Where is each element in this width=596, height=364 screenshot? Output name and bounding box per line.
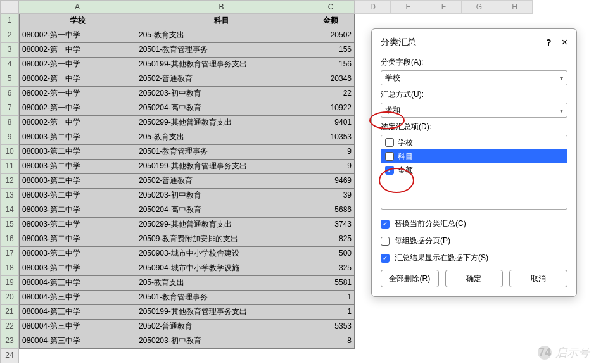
row-header[interactable]: 23 [0, 334, 19, 349]
close-button[interactable]: × [562, 37, 567, 48]
col-header-f[interactable]: F [426, 0, 462, 14]
row-header[interactable]: 1 [0, 14, 19, 28]
select-all-corner[interactable] [0, 0, 19, 14]
cell[interactable]: 080002-第一中学 [19, 87, 136, 101]
cell[interactable]: 10353 [307, 130, 355, 145]
row-header[interactable]: 2 [0, 28, 19, 43]
cell[interactable]: 080002-第一中学 [19, 58, 136, 72]
items-listbox[interactable]: 学校科目金额 [381, 135, 567, 210]
row-header[interactable]: 17 [0, 247, 19, 261]
cell[interactable]: 080003-第二中学 [19, 218, 136, 232]
cell[interactable]: 2050203-初中教育 [136, 334, 307, 349]
cell[interactable]: 20502-普通教育 [136, 72, 307, 87]
cell[interactable]: 2050203-初中教育 [136, 189, 307, 203]
cell[interactable]: 2050199-其他教育管理事务支出 [136, 305, 307, 320]
cell[interactable]: 500 [307, 247, 355, 261]
cell[interactable]: 20501-教育管理事务 [136, 43, 307, 58]
row-header[interactable]: 11 [0, 160, 19, 174]
group-by-select[interactable]: 学校 ▾ [381, 70, 567, 85]
cell[interactable]: 080003-第二中学 [19, 189, 136, 203]
cell[interactable]: 20502 [307, 28, 355, 43]
cell[interactable]: 2050903-城市中小学校舍建设 [136, 247, 307, 261]
cell[interactable]: 080004-第三中学 [19, 320, 136, 334]
row-header[interactable]: 16 [0, 232, 19, 247]
cell[interactable]: 080004-第三中学 [19, 305, 136, 320]
row-header[interactable]: 22 [0, 320, 19, 334]
row-header[interactable]: 6 [0, 87, 19, 101]
cell[interactable]: 080003-第二中学 [19, 232, 136, 247]
cell[interactable]: 科目 [136, 14, 307, 28]
cell[interactable]: 080003-第二中学 [19, 203, 136, 218]
col-header-d[interactable]: D [355, 0, 391, 14]
row-header[interactable]: 10 [0, 145, 19, 160]
col-header-c[interactable]: C [307, 0, 355, 14]
cell[interactable]: 2050199-其他教育管理事务支出 [136, 58, 307, 72]
cancel-button[interactable]: 取消 [509, 270, 567, 287]
cell[interactable]: 9401 [307, 116, 355, 130]
cell[interactable]: 2050203-初中教育 [136, 87, 307, 101]
col-header-e[interactable]: E [391, 0, 426, 14]
cell[interactable]: 9 [307, 145, 355, 160]
cell[interactable]: 20509-教育费附加安排的支出 [136, 232, 307, 247]
cell[interactable]: 2050299-其他普通教育支出 [136, 218, 307, 232]
col-header-g[interactable]: G [462, 0, 497, 14]
row-header[interactable]: 5 [0, 72, 19, 87]
cell[interactable]: 080003-第二中学 [19, 247, 136, 261]
cell[interactable]: 9469 [307, 174, 355, 189]
col-header-b[interactable]: B [136, 0, 307, 14]
cell[interactable]: 学校 [19, 14, 136, 28]
cell[interactable]: 5686 [307, 203, 355, 218]
cell[interactable]: 1 [307, 291, 355, 305]
row-header[interactable]: 14 [0, 203, 19, 218]
help-button[interactable]: ? [546, 37, 552, 47]
row-header[interactable]: 20 [0, 291, 19, 305]
list-item[interactable]: 金额 [381, 163, 567, 177]
function-select[interactable]: 求和 ▾ [381, 103, 567, 118]
cell[interactable]: 156 [307, 58, 355, 72]
col-header-a[interactable]: A [19, 0, 136, 14]
cell[interactable]: 2050204-高中教育 [136, 101, 307, 116]
cell[interactable]: 080002-第一中学 [19, 101, 136, 116]
row-header[interactable]: 9 [0, 130, 19, 145]
cell[interactable]: 080002-第一中学 [19, 72, 136, 87]
cell[interactable]: 080004-第三中学 [19, 276, 136, 291]
cell[interactable]: 080003-第二中学 [19, 160, 136, 174]
cell[interactable]: 8 [307, 334, 355, 349]
cell[interactable]: 20501-教育管理事务 [136, 145, 307, 160]
row-header[interactable]: 3 [0, 43, 19, 58]
cell[interactable]: 825 [307, 232, 355, 247]
opt-pagebreak[interactable]: 每组数据分页(P) [381, 235, 567, 246]
row-header[interactable]: 4 [0, 58, 19, 72]
cell[interactable]: 325 [307, 261, 355, 276]
row-header[interactable]: 7 [0, 101, 19, 116]
col-header-h[interactable]: H [497, 0, 533, 14]
cell[interactable]: 080002-第一中学 [19, 116, 136, 130]
cell[interactable]: 080004-第三中学 [19, 334, 136, 349]
cell[interactable]: 080003-第二中学 [19, 174, 136, 189]
cell[interactable]: 080004-第三中学 [19, 291, 136, 305]
cell[interactable]: 3743 [307, 218, 355, 232]
cell[interactable]: 2050199-其他教育管理事务支出 [136, 160, 307, 174]
cell[interactable]: 1 [307, 305, 355, 320]
row-header[interactable]: 13 [0, 189, 19, 203]
cell[interactable]: 20502-普通教育 [136, 174, 307, 189]
row-header[interactable]: 19 [0, 276, 19, 291]
cell[interactable]: 2050904-城市中小学教学设施 [136, 261, 307, 276]
row-header[interactable]: 12 [0, 174, 19, 189]
cell[interactable]: 080003-第二中学 [19, 130, 136, 145]
cell[interactable]: 080002-第一中学 [19, 28, 136, 43]
row-header[interactable]: 15 [0, 218, 19, 232]
opt-summary-below[interactable]: 汇总结果显示在数据下方(S) [381, 253, 567, 263]
cell[interactable]: 5353 [307, 320, 355, 334]
cell[interactable]: 156 [307, 43, 355, 58]
cell[interactable]: 080002-第一中学 [19, 43, 136, 58]
cell[interactable]: 080003-第二中学 [19, 261, 136, 276]
cell[interactable]: 205-教育支出 [136, 276, 307, 291]
cell[interactable]: 金额 [307, 14, 355, 28]
row-header[interactable]: 21 [0, 305, 19, 320]
cell[interactable]: 080003-第二中学 [19, 145, 136, 160]
cell[interactable]: 20502-普通教育 [136, 320, 307, 334]
row-header[interactable]: 8 [0, 116, 19, 130]
cell[interactable]: 5581 [307, 276, 355, 291]
cell[interactable]: 39 [307, 189, 355, 203]
